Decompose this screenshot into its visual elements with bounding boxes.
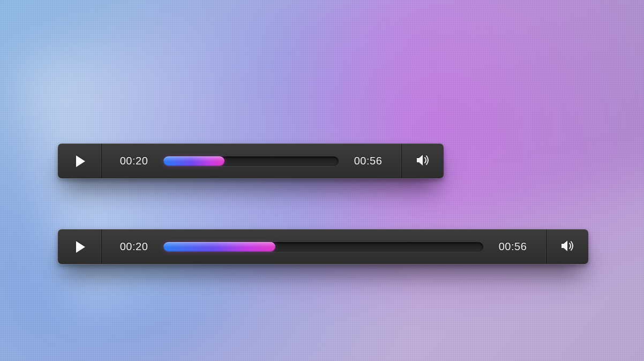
total-time: 00:56 <box>495 240 530 253</box>
seek-track[interactable] <box>163 242 483 252</box>
stage: 00:20 00:56 <box>0 0 644 361</box>
play-segment <box>58 229 101 264</box>
elapsed-time: 00:20 <box>116 155 152 167</box>
timeline-segment: 00:20 00:56 <box>101 229 545 264</box>
volume-segment <box>401 144 444 178</box>
volume-icon <box>415 152 431 170</box>
volume-segment <box>545 229 588 264</box>
seek-fill <box>163 156 224 166</box>
seek-fill <box>163 242 275 252</box>
volume-button[interactable] <box>401 144 444 178</box>
timeline-segment: 00:20 00:56 <box>101 144 401 178</box>
total-time: 00:56 <box>350 155 386 167</box>
seek-track[interactable] <box>163 156 339 166</box>
volume-icon <box>559 238 575 256</box>
play-segment <box>58 144 101 178</box>
play-icon <box>76 241 85 253</box>
play-button[interactable] <box>58 144 101 178</box>
volume-button[interactable] <box>546 229 588 264</box>
play-button[interactable] <box>58 229 101 264</box>
elapsed-time: 00:20 <box>116 240 152 253</box>
audio-player-small: 00:20 00:56 <box>58 144 444 178</box>
audio-player-large: 00:20 00:56 <box>58 229 588 264</box>
play-icon <box>76 155 85 167</box>
